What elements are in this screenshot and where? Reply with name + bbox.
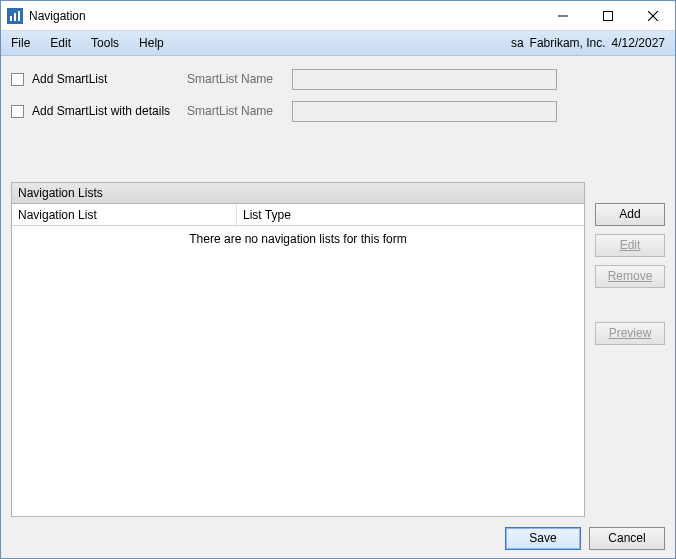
menu-edit[interactable]: Edit (40, 31, 81, 55)
app-icon (7, 8, 23, 24)
remove-button: Remove (595, 265, 665, 288)
label-add-smartlist-details[interactable]: Add SmartList with details (32, 104, 187, 118)
dialog-footer: Save Cancel (11, 517, 665, 550)
checkbox-add-smartlist[interactable] (11, 73, 24, 86)
label-smartlist-name-2: SmartList Name (187, 104, 292, 118)
maximize-button[interactable] (585, 1, 630, 30)
navigation-window: Navigation File Edit Tools Help sa Fabri… (0, 0, 676, 559)
menu-file[interactable]: File (1, 31, 40, 55)
minimize-button[interactable] (540, 1, 585, 30)
navigation-lists-panel: Navigation Lists Navigation List List Ty… (11, 182, 665, 517)
checkbox-add-smartlist-details[interactable] (11, 105, 24, 118)
menubar: File Edit Tools Help sa Fabrikam, Inc. 4… (1, 31, 675, 56)
cancel-button[interactable]: Cancel (589, 527, 665, 550)
input-smartlist-name-1[interactable] (292, 69, 557, 90)
edit-button: Edit (595, 234, 665, 257)
status-user: sa (511, 36, 524, 50)
svg-rect-2 (14, 13, 16, 21)
label-smartlist-name-1: SmartList Name (187, 72, 292, 86)
grid-header: Navigation List List Type (12, 204, 584, 226)
menu-tools[interactable]: Tools (81, 31, 129, 55)
svg-rect-3 (18, 11, 20, 21)
dialog-body: Add SmartList SmartList Name Add SmartLi… (1, 56, 675, 558)
column-navigation-list[interactable]: Navigation List (12, 204, 237, 225)
label-add-smartlist[interactable]: Add SmartList (32, 72, 187, 86)
input-smartlist-name-2[interactable] (292, 101, 557, 122)
add-button[interactable]: Add (595, 203, 665, 226)
grid-side-buttons: Add Edit Remove Preview (595, 182, 665, 517)
svg-rect-1 (10, 16, 12, 21)
preview-button: Preview (595, 322, 665, 345)
svg-rect-5 (603, 11, 612, 20)
titlebar: Navigation (1, 1, 675, 31)
menu-help[interactable]: Help (129, 31, 174, 55)
grid-title: Navigation Lists (11, 182, 585, 203)
row-add-smartlist-details: Add SmartList with details SmartList Nam… (11, 98, 665, 124)
status-date: 4/12/2027 (612, 36, 665, 50)
status-company: Fabrikam, Inc. (530, 36, 606, 50)
column-list-type[interactable]: List Type (237, 204, 584, 225)
menubar-status: sa Fabrikam, Inc. 4/12/2027 (511, 31, 675, 55)
close-button[interactable] (630, 1, 675, 30)
grid-empty-message: There are no navigation lists for this f… (12, 226, 584, 246)
row-add-smartlist: Add SmartList SmartList Name (11, 66, 665, 92)
navigation-lists-grid[interactable]: Navigation List List Type There are no n… (11, 203, 585, 517)
window-title: Navigation (29, 9, 86, 23)
save-button[interactable]: Save (505, 527, 581, 550)
